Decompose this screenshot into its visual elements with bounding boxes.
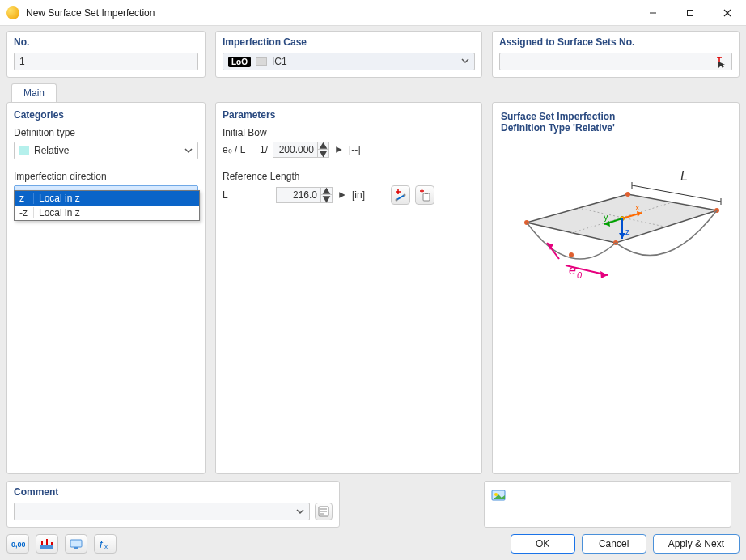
panel-imperfection-case: Imperfection Case LoO IC1 xyxy=(215,31,482,78)
panel-no: No. 1 xyxy=(6,31,206,78)
definition-type-swatch xyxy=(19,146,29,155)
direction-option-label: Local in z xyxy=(34,193,199,204)
pick-surface-icon[interactable] xyxy=(714,55,729,70)
chevron-down-icon xyxy=(296,507,304,518)
imperfection-direction-dropdown: z Local in z -z Local in z xyxy=(14,190,200,221)
panel-comment: Comment xyxy=(6,481,340,528)
axis-x: x xyxy=(635,202,640,212)
minimize-button[interactable] xyxy=(634,0,672,25)
case-value: IC1 xyxy=(272,56,287,67)
diagram-title-line1: Surface Set Imperfection xyxy=(501,111,731,122)
comment-title: Comment xyxy=(14,486,333,498)
definition-type-select[interactable]: Relative xyxy=(14,142,198,159)
comment-input[interactable] xyxy=(14,503,310,520)
close-button[interactable] xyxy=(709,0,746,25)
initial-bow-value: 200.000 xyxy=(273,144,317,155)
svg-marker-8 xyxy=(320,151,328,157)
no-value: 1 xyxy=(19,56,25,67)
maximize-button[interactable] xyxy=(672,0,709,25)
measure-length-button[interactable] xyxy=(391,185,410,205)
axis-z: z xyxy=(625,227,630,236)
panel-parameters: Parameters Initial Bow e₀ / L 1/ 200.000… xyxy=(215,102,482,474)
definition-type-value: Relative xyxy=(34,145,69,156)
svg-text:0,00: 0,00 xyxy=(11,541,25,549)
spin-down-icon[interactable] xyxy=(321,195,332,202)
spinner[interactable] xyxy=(317,142,328,157)
svg-marker-36 xyxy=(600,271,608,278)
play-icon[interactable] xyxy=(334,146,344,154)
direction-option-z[interactable]: z Local in z xyxy=(15,191,199,206)
case-badge: LoO xyxy=(228,57,251,67)
svg-marker-9 xyxy=(336,146,342,153)
initial-bow-input[interactable]: 200.000 xyxy=(273,142,329,158)
tab-main[interactable]: Main xyxy=(11,83,57,102)
svg-rect-20 xyxy=(423,193,430,201)
imperfection-case-select[interactable]: LoO IC1 xyxy=(223,53,475,70)
chevron-down-icon xyxy=(184,146,193,157)
parameters-title: Parameters xyxy=(223,109,475,121)
axis-y: y xyxy=(604,212,608,222)
initial-bow-unit: [--] xyxy=(349,144,361,155)
window-title: New Surface Set Imperfection xyxy=(26,7,634,19)
diagram-title-line2: Definition Type 'Relative' xyxy=(501,122,731,134)
reference-length-input[interactable]: 216.0 xyxy=(276,187,333,203)
svg-marker-11 xyxy=(323,196,331,202)
panel-diagram: Surface Set Imperfection Definition Type… xyxy=(492,102,740,474)
spinner[interactable] xyxy=(320,188,332,202)
reference-length-label: Reference Length xyxy=(223,171,475,182)
titlebar: New Surface Set Imperfection xyxy=(0,0,746,26)
tool-view-button[interactable] xyxy=(65,534,87,554)
svg-rect-56 xyxy=(70,540,82,547)
ok-button[interactable]: OK xyxy=(511,534,575,554)
initial-bow-prefix: 1/ xyxy=(260,144,268,155)
svg-marker-12 xyxy=(339,192,345,198)
tool-function-button[interactable]: fx xyxy=(94,534,117,554)
panel-case-title: Imperfection Case xyxy=(223,36,475,48)
categories-title: Categories xyxy=(14,109,198,121)
initial-bow-label: Initial Bow xyxy=(223,127,475,138)
play-icon[interactable] xyxy=(337,191,347,199)
svg-marker-6 xyxy=(718,62,725,68)
initial-bow-symbol: e₀ / L xyxy=(223,144,255,155)
svg-text:x: x xyxy=(104,543,108,550)
diagram-e0-sub: 0 xyxy=(577,270,583,280)
clipboard-length-button[interactable] xyxy=(415,185,434,205)
svg-point-24 xyxy=(625,192,630,197)
tool-model-button[interactable] xyxy=(36,534,58,554)
case-color-swatch xyxy=(256,57,267,66)
svg-text:f: f xyxy=(100,538,104,550)
direction-option-negz[interactable]: -z Local in z xyxy=(15,206,199,220)
cancel-button[interactable]: Cancel xyxy=(582,534,646,554)
diagram-L: L xyxy=(680,169,688,183)
definition-type-label: Definition type xyxy=(14,127,198,138)
panel-categories: Categories Definition type Relative Impe… xyxy=(6,102,206,474)
svg-point-17 xyxy=(404,194,406,197)
diagram-e0: e xyxy=(569,263,576,277)
panel-no-title: No. xyxy=(14,36,198,48)
reference-length-unit: [in] xyxy=(352,189,365,201)
imperfection-direction-label: Imperfection direction xyxy=(14,171,198,182)
svg-rect-57 xyxy=(74,547,78,549)
comment-edit-button[interactable] xyxy=(315,503,333,520)
app-icon xyxy=(6,6,19,19)
tool-units-button[interactable]: 0,00 xyxy=(6,534,29,554)
footer: 0,00 fx OK Cancel Apply & Next xyxy=(6,534,740,554)
assigned-surfacesets-input[interactable] xyxy=(499,53,732,70)
reference-length-symbol: L xyxy=(223,189,255,201)
svg-rect-52 xyxy=(40,545,53,549)
panel-image xyxy=(484,481,731,528)
svg-point-27 xyxy=(569,252,574,257)
chevron-down-icon xyxy=(461,56,469,67)
panel-assign-title: Assigned to Surface Sets No. xyxy=(499,36,732,48)
no-input[interactable]: 1 xyxy=(14,53,198,70)
diagram: L e 0 x y xyxy=(501,134,731,465)
spin-down-icon[interactable] xyxy=(318,150,328,157)
svg-point-49 xyxy=(494,493,498,496)
reference-length-value: 216.0 xyxy=(277,189,320,201)
tabs: Main xyxy=(6,83,740,102)
svg-point-16 xyxy=(396,199,398,202)
image-button[interactable] xyxy=(490,486,507,504)
apply-next-button[interactable]: Apply & Next xyxy=(653,534,740,554)
direction-option-key: z xyxy=(15,193,34,204)
direction-option-label: Local in z xyxy=(34,207,199,218)
